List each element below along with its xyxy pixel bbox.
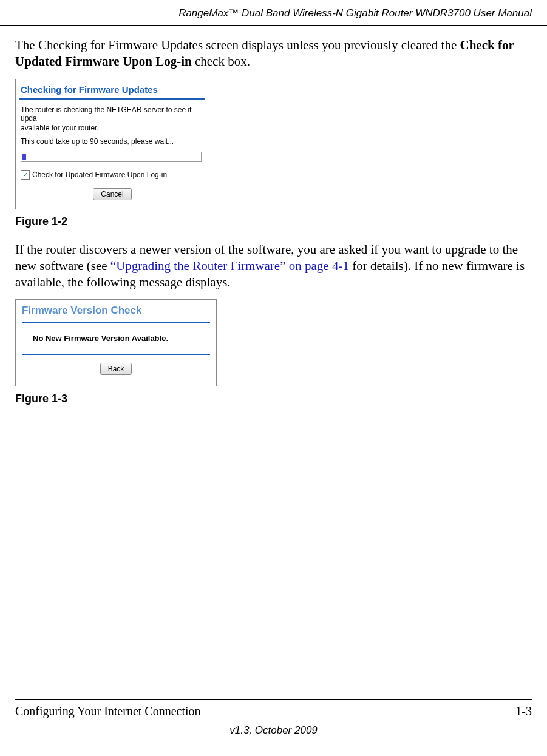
fig1-checkbox-row: ✓ Check for Updated Firmware Upon Log-in bbox=[16, 164, 209, 182]
checkbox-icon[interactable]: ✓ bbox=[21, 170, 30, 180]
footer-section: Configuring Your Internet Connection bbox=[15, 704, 201, 718]
footer-row: Configuring Your Internet Connection 1-3 bbox=[15, 704, 532, 718]
para1-post: check box. bbox=[192, 54, 250, 69]
manual-title: RangeMax™ Dual Band Wireless-N Gigabit R… bbox=[178, 7, 532, 19]
page-header: RangeMax™ Dual Band Wireless-N Gigabit R… bbox=[0, 0, 547, 26]
fig1-checkbox-label: Check for Updated Firmware Upon Log-in bbox=[32, 170, 167, 179]
footer-rule bbox=[15, 699, 532, 700]
back-button[interactable]: Back bbox=[100, 363, 132, 375]
fig1-line1: The router is checking the NETGEAR serve… bbox=[16, 106, 209, 124]
fig2-message: No New Firmware Version Available. bbox=[16, 325, 216, 351]
paragraph-2: If the router discovers a newer version … bbox=[15, 241, 532, 291]
fig2-separator-top bbox=[22, 322, 210, 323]
footer-version: v1.3, October 2009 bbox=[15, 724, 532, 737]
para1-pre: The Checking for Firmware Updates screen… bbox=[15, 38, 460, 52]
figure-1-3-caption: Figure 1-3 bbox=[15, 393, 532, 405]
fig2-button-row: Back bbox=[16, 361, 216, 375]
fig2-separator-bottom bbox=[22, 354, 210, 355]
page-footer: Configuring Your Internet Connection 1-3… bbox=[15, 699, 532, 737]
fig1-button-row: Cancel bbox=[16, 188, 209, 200]
figure-1-3-screenshot: Firmware Version Check No New Firmware V… bbox=[15, 299, 217, 386]
figure-1-2-caption: Figure 1-2 bbox=[15, 215, 532, 228]
page-content: The Checking for Firmware Updates screen… bbox=[0, 37, 547, 405]
fig1-separator bbox=[19, 98, 205, 100]
cross-reference-link[interactable]: “Upgrading the Router Firmware” on page … bbox=[110, 258, 349, 273]
fig1-line3: This could take up to 90 seconds, please… bbox=[16, 133, 209, 147]
fig1-progress-bar bbox=[21, 152, 202, 162]
figure-1-2-screenshot: Checking for Firmware Updates The router… bbox=[15, 79, 209, 209]
paragraph-1: The Checking for Firmware Updates screen… bbox=[15, 37, 532, 70]
fig2-title: Firmware Version Check bbox=[16, 303, 216, 319]
footer-page-number: 1-3 bbox=[515, 704, 532, 718]
fig1-title: Checking for Firmware Updates bbox=[16, 83, 209, 98]
fig1-line2: available for your router. bbox=[16, 124, 209, 133]
cancel-button[interactable]: Cancel bbox=[93, 188, 131, 200]
